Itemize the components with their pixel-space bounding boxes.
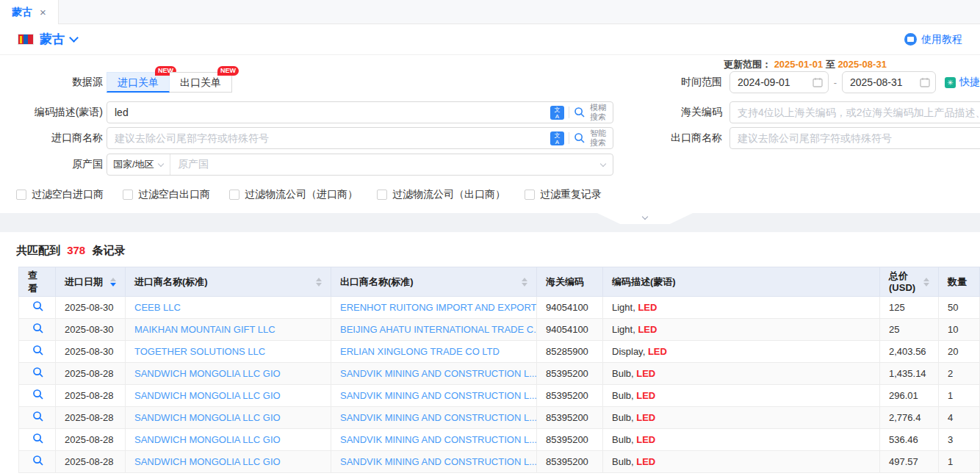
translate-icon[interactable]: 文A xyxy=(550,131,564,145)
view-record-icon[interactable] xyxy=(32,322,44,334)
checkbox[interactable] xyxy=(377,190,387,200)
tab-mongolia[interactable]: 蒙古 × xyxy=(0,0,59,24)
view-record-icon[interactable] xyxy=(32,367,44,378)
importer-link[interactable]: SANDWICH MONGOLIA LLC GIO xyxy=(134,434,281,445)
update-range: 更新范围： 2025-01-01 至 2025-08-31 xyxy=(724,58,887,71)
view-record-icon[interactable] xyxy=(32,389,44,400)
table-row: 2025-08-30 MAIKHAN MOUNTAIN GIFT LLC BEI… xyxy=(19,319,980,341)
exporter-link[interactable]: SANDVIK MINING AND CONSTRUCTION L... xyxy=(340,456,537,467)
origin-input[interactable]: 原产国 xyxy=(170,158,601,171)
table-header-row: 查看 进口日期 进口商名称(标准) 出口商名称(标准) 海关编码 编码描述(蒙语… xyxy=(19,267,980,297)
tab-title: 蒙古 xyxy=(12,6,32,19)
checkbox[interactable] xyxy=(525,190,535,200)
origin-region-select[interactable]: 国家/地区 xyxy=(107,154,170,175)
checkbox[interactable] xyxy=(123,190,133,200)
smart-search-icon[interactable] xyxy=(574,132,586,144)
cell-qty: 10 xyxy=(939,319,980,341)
sort-icon[interactable] xyxy=(110,278,116,286)
tab-import-declarations[interactable]: 进口关单 NEW xyxy=(107,72,170,93)
sort-icon[interactable] xyxy=(923,278,929,286)
cell-date: 2025-08-28 xyxy=(56,451,126,473)
exporter-link[interactable]: SANDVIK MINING AND CONSTRUCTION L... xyxy=(340,434,537,445)
exporter-link[interactable]: SANDVIK MINING AND CONSTRUCTION L... xyxy=(340,390,537,401)
filter-blank-exporter[interactable]: 过滤空白出口商 xyxy=(123,188,210,201)
exporter-link[interactable]: SANDVIK MINING AND CONSTRUCTION L... xyxy=(340,368,537,379)
exporter-link[interactable]: ERENHOT RUITONG IMPORT AND EXPORT ... xyxy=(340,302,537,313)
tab-export-declarations[interactable]: 出口关单 NEW xyxy=(170,72,232,93)
filter-logistics-importer[interactable]: 过滤物流公司（进口商） xyxy=(229,188,358,201)
hs-code-input[interactable] xyxy=(729,101,980,123)
cell-total: 2,403.56 xyxy=(880,341,939,363)
table-row: 2025-08-28 SANDWICH MONGOLIA LLC GIO SAN… xyxy=(19,363,980,385)
chevron-down-icon xyxy=(157,160,163,166)
collapse-panel-button[interactable] xyxy=(597,213,693,224)
checkbox-label: 过滤空白进口商 xyxy=(32,188,104,201)
quick-select[interactable]: ✳ 快捷 xyxy=(945,76,980,89)
filter-blank-importer[interactable]: 过滤空白进口商 xyxy=(16,188,104,201)
col-qty: 数量 xyxy=(939,267,980,297)
results-table: 查看 进口日期 进口商名称(标准) 出口商名称(标准) 海关编码 编码描述(蒙语… xyxy=(18,267,980,473)
smart-search-label[interactable]: 智能搜索 xyxy=(590,129,608,147)
cell-qty: 1 xyxy=(939,385,980,407)
fuzzy-search-label[interactable]: 模糊搜索 xyxy=(590,103,608,121)
checkbox[interactable] xyxy=(16,190,26,200)
cell-desc: Display, LED xyxy=(603,341,880,363)
view-record-icon[interactable] xyxy=(32,433,44,444)
tutorial-link[interactable]: 使用教程 xyxy=(904,33,962,46)
time-range-label: 时间范围 xyxy=(613,76,722,89)
result-prefix: 共匹配到 xyxy=(16,244,60,256)
view-record-icon[interactable] xyxy=(32,300,44,312)
cell-date: 2025-08-28 xyxy=(56,385,126,407)
exporter-link[interactable]: BEIJING AHATU INTERNATIONAL TRADE C... xyxy=(340,324,537,335)
filter-row-2: 编码描述(蒙语) 文A 模糊搜索 海关编码 xyxy=(0,101,980,123)
fuzzy-search-icon[interactable] xyxy=(574,107,586,118)
update-range-mid: 至 xyxy=(826,59,835,70)
view-record-icon[interactable] xyxy=(32,345,44,356)
importer-link[interactable]: SANDWICH MONGOLIA LLC GIO xyxy=(134,412,281,423)
checkbox[interactable] xyxy=(229,190,239,200)
filter-duplicates[interactable]: 过滤重复记录 xyxy=(525,188,602,201)
results-section: 共匹配到 378 条记录 查看 进口日期 进口商名称(标准) 出口商名称(标准)… xyxy=(0,232,980,473)
chevron-down-icon xyxy=(642,214,648,220)
page: 蒙古 × 蒙古 使用教程 更新范围： 2025-01-01 至 2025-08-… xyxy=(0,0,980,476)
filter-logistics-exporter[interactable]: 过滤物流公司（出口商） xyxy=(377,188,505,201)
importer-link[interactable]: SANDWICH MONGOLIA LLC GIO xyxy=(134,456,281,467)
checkbox-label: 过滤物流公司（进口商） xyxy=(245,188,358,201)
col-total[interactable]: 总价(USD) xyxy=(880,267,939,297)
mongolia-flag-icon xyxy=(18,34,34,45)
translate-icon[interactable]: 文A xyxy=(550,106,564,120)
checkbox-label: 过滤空白出口商 xyxy=(138,188,210,201)
importer-link[interactable]: SANDWICH MONGOLIA LLC GIO xyxy=(134,368,281,379)
code-desc-input[interactable] xyxy=(107,101,613,123)
importer-input[interactable] xyxy=(107,127,613,149)
close-icon[interactable]: × xyxy=(40,7,46,18)
importer-link[interactable]: TOGETHER SOLUTIONS LLC xyxy=(134,346,265,357)
cell-total: 25 xyxy=(880,319,939,341)
calendar-icon xyxy=(813,77,823,87)
col-exporter[interactable]: 出口商名称(标准) xyxy=(331,267,537,297)
col-importer[interactable]: 进口商名称(标准) xyxy=(126,267,331,297)
sort-icon[interactable] xyxy=(316,278,322,286)
cell-date: 2025-08-28 xyxy=(56,363,126,385)
tutorial-label: 使用教程 xyxy=(921,33,962,46)
sort-icon[interactable] xyxy=(522,278,527,286)
exporter-link[interactable]: SANDVIK MINING AND CONSTRUCTION L... xyxy=(340,412,537,423)
view-record-icon[interactable] xyxy=(32,455,44,466)
exporter-link[interactable]: ERLIAN XINGLONG TRADE CO LTD xyxy=(340,346,500,357)
importer-link[interactable]: CEEB LLC xyxy=(134,302,181,313)
exporter-input[interactable] xyxy=(729,127,980,149)
date-separator: - xyxy=(834,77,837,88)
importer-link[interactable]: SANDWICH MONGOLIA LLC GIO xyxy=(134,390,281,401)
col-import-date[interactable]: 进口日期 xyxy=(56,267,126,297)
cell-qty: 3 xyxy=(939,429,980,451)
result-suffix: 条记录 xyxy=(92,244,125,256)
view-record-icon[interactable] xyxy=(32,411,44,422)
checkbox-label: 过滤物流公司（出口商） xyxy=(392,188,505,201)
importer-link[interactable]: MAIKHAN MOUNTAIN GIFT LLC xyxy=(134,324,275,335)
tab-import-label: 进口关单 xyxy=(118,76,159,88)
chevron-down-icon[interactable] xyxy=(69,33,79,43)
country-title[interactable]: 蒙古 xyxy=(40,31,65,48)
exporter-label: 出口商名称 xyxy=(613,131,722,145)
cell-qty: 1 xyxy=(939,451,980,473)
cell-desc: Bulb, LED xyxy=(603,363,880,385)
